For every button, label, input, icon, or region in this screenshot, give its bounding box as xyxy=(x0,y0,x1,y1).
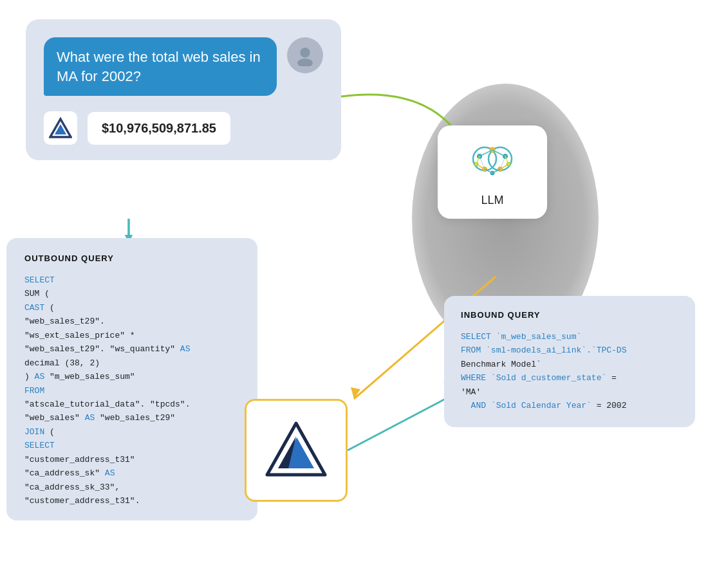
avatar xyxy=(287,37,323,73)
atscale-logo-small xyxy=(44,111,77,145)
response-row: $10,976,509,871.85 xyxy=(44,111,323,145)
outbound-title: OUTBOUND QUERY xyxy=(24,253,239,263)
svg-marker-4 xyxy=(351,387,360,399)
response-value: $10,976,509,871.85 xyxy=(88,112,230,145)
svg-point-10 xyxy=(297,59,313,66)
outbound-code: SELECT SUM ( CAST ( "web_sales_t29". "ws… xyxy=(24,273,239,508)
atscale-center-logo xyxy=(245,399,348,502)
inbound-code: SELECT `m_web_sales_sum` FROM `sml-model… xyxy=(461,330,678,413)
chat-card: What were the total web sales in MA for … xyxy=(26,19,341,160)
inbound-title: INBOUND QUERY xyxy=(461,310,678,320)
inbound-query-card: INBOUND QUERY SELECT `m_web_sales_sum` F… xyxy=(444,296,695,427)
chat-message-row: What were the total web sales in MA for … xyxy=(44,37,323,96)
llm-card: LLM xyxy=(438,125,547,219)
llm-brain-icon xyxy=(467,141,518,186)
outbound-query-card: OUTBOUND QUERY SELECT SUM ( CAST ( "web_… xyxy=(6,238,257,520)
chat-question: What were the total web sales in MA for … xyxy=(44,37,277,96)
svg-point-9 xyxy=(300,48,310,57)
atscale-large-logo xyxy=(264,418,328,482)
llm-label: LLM xyxy=(481,194,503,207)
